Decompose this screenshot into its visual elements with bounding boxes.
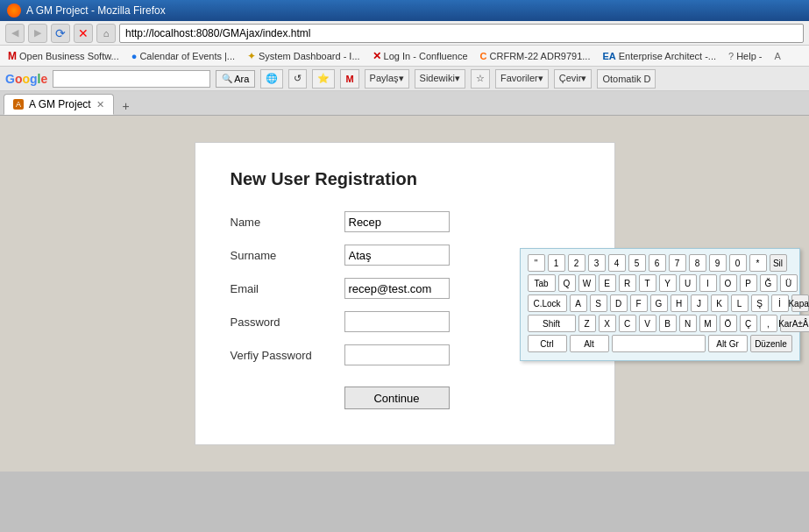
kb-key-altgr[interactable]: Alt Gr [708,335,748,352]
verify-password-input[interactable] [344,344,450,365]
kb-key-tab[interactable]: Tab [528,274,556,292]
tab-agmproject[interactable]: A A GM Project ✕ [4,94,114,115]
kb-key-g-breve[interactable]: Ğ [760,274,777,292]
kb-key-3[interactable]: 3 [588,254,606,272]
kb-key-enter[interactable]: Kapat [791,294,809,312]
kb-key-comma[interactable]: , [760,315,777,332]
kb-key-c[interactable]: C [619,315,636,332]
google-search-button[interactable]: 🔍 Ara [216,70,255,88]
bookmark-dashboard[interactable]: ✦ System Dashboard - I... [245,49,363,63]
kb-key-x[interactable]: X [599,315,616,332]
kb-key-s[interactable]: S [590,294,607,312]
bookmark-star-button[interactable]: ⭐ [312,69,335,89]
bookmark-label: Open Business Softw... [19,51,119,61]
back-button[interactable]: ◀ [5,24,25,43]
kb-key-a[interactable]: A [570,294,587,312]
new-tab-button[interactable]: + [117,97,135,115]
surname-label: Surname [231,249,344,262]
kb-key-4[interactable]: 4 [608,254,626,272]
kb-key-s-cedilla[interactable]: Ş [751,294,769,312]
bookmark-label: Help - [736,51,762,61]
refresh-button[interactable]: ⟳ [51,24,70,43]
kb-key-ctrl[interactable]: Ctrl [528,335,567,352]
bookmark-label: CRFRM-22 ADR9791... [490,51,591,61]
kb-key-star[interactable]: * [749,254,767,272]
kb-key-p[interactable]: P [740,274,757,292]
continue-button[interactable]: Continue [344,387,450,409]
kb-key-t[interactable]: T [639,274,656,292]
refresh-toolbar-button[interactable]: ↺ [288,69,307,89]
bookmark-crfrm[interactable]: C CRFRM-22 ADR9791... [478,50,593,62]
kb-key-space[interactable] [612,335,706,352]
kb-key-r[interactable]: R [619,274,636,292]
translate-button[interactable]: Çevir▾ [554,69,593,89]
surname-input[interactable] [344,245,450,266]
stop-button[interactable]: ✕ [74,24,93,43]
share-button[interactable]: Paylaş▾ [365,69,409,89]
kb-key-o[interactable]: O [720,274,737,292]
kb-key-8[interactable]: 8 [689,254,706,272]
kb-key-u-umlaut[interactable]: Ü [780,274,798,292]
kb-row-4: Shift Z X C V B N M Ö Ç , KarA±Â... [528,315,792,332]
kb-key-q[interactable]: Q [558,274,576,292]
kb-key-backspace[interactable]: Sil [770,254,787,272]
bookmark-gmail[interactable]: M Open Business Softw... [5,49,122,63]
registration-box: New User Registration Name Surname Email… [195,142,615,445]
kb-key-shift[interactable]: Shift [528,315,576,332]
bookmark-help[interactable]: ? Help - [726,50,764,62]
kb-key-f[interactable]: F [630,294,648,312]
google-search-input[interactable] [53,70,210,88]
kb-key-o-umlaut[interactable]: Ö [720,315,737,332]
auto-button[interactable]: Otomatik D [597,69,656,89]
favorites-button[interactable]: Favoriler▾ [495,69,549,89]
kb-key-6[interactable]: 6 [649,254,666,272]
kb-key-c-cedilla[interactable]: Ç [740,315,757,332]
kb-key-m[interactable]: M [699,315,717,332]
kb-key-n[interactable]: N [679,315,697,332]
kb-key-z[interactable]: Z [578,315,596,332]
kb-key-7[interactable]: 7 [669,254,686,272]
kb-key-j[interactable]: J [691,294,708,312]
kb-key-b[interactable]: B [659,315,677,332]
kb-key-1[interactable]: 1 [548,254,565,272]
kb-key-u[interactable]: U [679,274,697,292]
password-input[interactable] [344,311,450,332]
bookmark-confluence[interactable]: ✕ Log In - Confluence [370,49,471,63]
forward-button[interactable]: ▶ [28,24,47,43]
bookmark-ea[interactable]: EA Enterprise Architect -... [600,50,719,62]
kb-key-y[interactable]: Y [659,274,677,292]
kb-key-w[interactable]: W [578,274,596,292]
gmail-toolbar-button[interactable]: M [340,69,358,89]
star-toolbar-button[interactable]: ☆ [471,69,490,89]
bookmark-a[interactable]: A [772,50,784,62]
home-button[interactable]: ⌂ [96,24,116,43]
kb-key-l[interactable]: L [731,294,749,312]
kb-key-e[interactable]: E [599,274,616,292]
kb-key-capslock[interactable]: C.Lock [528,294,567,312]
kb-key-quote[interactable]: " [528,254,545,272]
tab-close-button[interactable]: ✕ [96,99,104,110]
kb-key-i[interactable]: I [699,274,717,292]
kb-key-v[interactable]: V [639,315,656,332]
kb-key-k[interactable]: K [711,294,728,312]
kb-key-i-dotted[interactable]: İ [771,294,789,312]
kb-key-g[interactable]: G [650,294,668,312]
bookmark-calendar[interactable]: ● Calendar of Events |... [129,50,238,62]
kb-key-d[interactable]: D [610,294,628,312]
globe-button[interactable]: 🌐 [260,69,283,89]
address-input[interactable] [119,24,804,43]
name-row: Name [231,211,579,232]
kb-row-3: C.Lock A S D F G H J K L Ş İ Kapat [528,294,792,312]
sidewiki-button[interactable]: Sidewiki▾ [415,69,465,89]
kb-key-alt[interactable]: Alt [570,335,609,352]
kb-key-duzenle[interactable]: Düzenle [750,335,792,352]
kb-key-0[interactable]: 0 [729,254,747,272]
email-input[interactable] [344,278,450,299]
google-toolbar: Google 🔍 Ara 🌐 ↺ ⭐ M Paylaş▾ Sidewiki▾ ☆… [0,67,809,91]
name-input[interactable] [344,211,450,232]
kb-key-kara[interactable]: KarA±Â... [780,315,810,332]
kb-key-2[interactable]: 2 [568,254,585,272]
kb-key-9[interactable]: 9 [709,254,727,272]
kb-key-h[interactable]: H [671,294,688,312]
kb-key-5[interactable]: 5 [628,254,646,272]
